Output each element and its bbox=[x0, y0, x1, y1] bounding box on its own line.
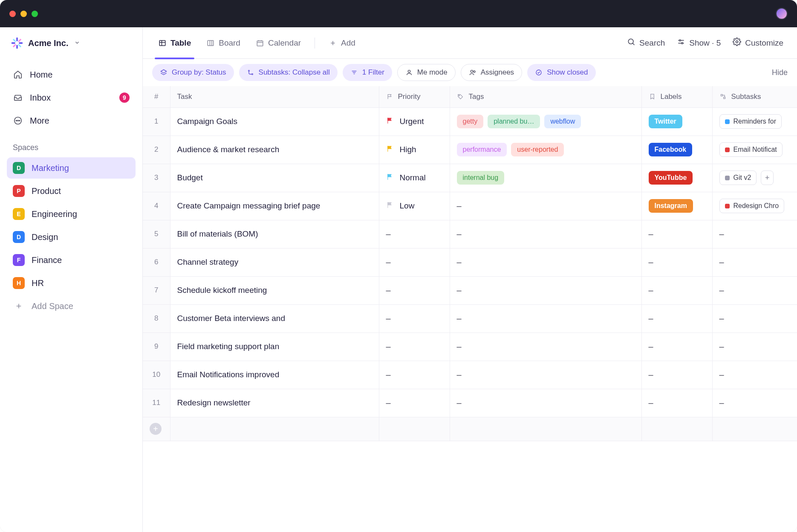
task-name[interactable]: Campaign Goals bbox=[170, 107, 379, 136]
tags-cell[interactable]: internal bug bbox=[450, 164, 641, 192]
tags-cell[interactable]: – bbox=[450, 332, 641, 361]
priority-cell[interactable]: – bbox=[379, 304, 450, 332]
priority-cell[interactable]: Urgent bbox=[379, 107, 450, 136]
column-task[interactable]: Task bbox=[170, 86, 379, 107]
subtask-pill[interactable]: Reminders for bbox=[719, 114, 782, 129]
table-row[interactable]: 11Redesign newsletter–––– bbox=[143, 389, 797, 417]
task-name[interactable]: Schedule kickoff meeting bbox=[170, 276, 379, 304]
table-row[interactable]: 9Field marketing support plan–––– bbox=[143, 332, 797, 361]
sidebar-space-finance[interactable]: FFinance bbox=[7, 249, 136, 271]
tags-cell[interactable]: – bbox=[450, 248, 641, 276]
tab-calendar[interactable]: Calendar bbox=[250, 27, 307, 59]
subtasks-cell[interactable]: Email Notificat bbox=[712, 136, 797, 164]
assignees-chip[interactable]: Assignees bbox=[461, 64, 522, 81]
nav-home[interactable]: Home bbox=[7, 64, 136, 85]
me-mode-chip[interactable]: Me mode bbox=[397, 64, 456, 81]
subtask-pill[interactable]: Git v2 bbox=[719, 171, 757, 185]
sidebar-space-hr[interactable]: HHR bbox=[7, 272, 136, 294]
subtasks-cell[interactable]: – bbox=[712, 220, 797, 248]
column-subtasks[interactable]: Subtasks bbox=[712, 86, 797, 107]
priority-cell[interactable]: – bbox=[379, 248, 450, 276]
table-row[interactable]: 5Bill of materials (BOM)–––– bbox=[143, 220, 797, 248]
label-cell[interactable]: Facebook bbox=[641, 136, 712, 164]
subtask-pill[interactable]: Redesign Chro bbox=[719, 199, 785, 213]
tag[interactable]: internal bug bbox=[457, 171, 505, 185]
tag[interactable]: user-reported bbox=[511, 143, 564, 156]
table-row[interactable]: 3BudgetNormalinternal bugYouTubbeGit v2+ bbox=[143, 164, 797, 192]
tags-cell[interactable]: – bbox=[450, 389, 641, 417]
tag[interactable]: planned bu… bbox=[488, 115, 540, 128]
add-task-row[interactable]: + bbox=[143, 417, 797, 441]
tags-cell[interactable]: – bbox=[450, 192, 641, 220]
column-labels[interactable]: Labels bbox=[641, 86, 712, 107]
add-subtask-button[interactable]: + bbox=[761, 171, 774, 185]
label-cell[interactable]: – bbox=[641, 361, 712, 389]
search-button[interactable]: Search bbox=[623, 38, 669, 48]
tags-cell[interactable]: – bbox=[450, 276, 641, 304]
user-avatar[interactable] bbox=[776, 8, 788, 20]
label-pill[interactable]: Instagram bbox=[649, 199, 693, 213]
workspace-switcher[interactable]: Acme Inc. bbox=[0, 27, 142, 59]
tab-add-view[interactable]: Add bbox=[323, 27, 361, 59]
nav-more[interactable]: More bbox=[7, 110, 136, 131]
table-row[interactable]: 6Channel strategy–––– bbox=[143, 248, 797, 276]
priority-cell[interactable]: – bbox=[379, 389, 450, 417]
tag[interactable]: performance bbox=[457, 143, 507, 156]
sidebar-space-product[interactable]: PProduct bbox=[7, 180, 136, 202]
tab-table[interactable]: Table bbox=[152, 27, 197, 59]
sidebar-space-marketing[interactable]: DMarketing bbox=[7, 157, 136, 179]
tags-cell[interactable]: – bbox=[450, 304, 641, 332]
label-cell[interactable]: – bbox=[641, 389, 712, 417]
group-by-chip[interactable]: Group by: Status bbox=[152, 64, 234, 81]
table-row[interactable]: 10Email Notifications improved–––– bbox=[143, 361, 797, 389]
priority-cell[interactable]: Low bbox=[379, 192, 450, 220]
subtasks-cell[interactable]: Redesign Chro bbox=[712, 192, 797, 220]
priority-cell[interactable]: – bbox=[379, 276, 450, 304]
hide-filters-button[interactable]: Hide bbox=[772, 68, 788, 77]
label-cell[interactable]: – bbox=[641, 248, 712, 276]
priority-cell[interactable]: – bbox=[379, 361, 450, 389]
sidebar-space-design[interactable]: DDesign bbox=[7, 226, 136, 248]
minimize-window[interactable] bbox=[20, 11, 27, 17]
table-row[interactable]: 1Campaign GoalsUrgentgettyplanned bu…web… bbox=[143, 107, 797, 136]
label-cell[interactable]: – bbox=[641, 304, 712, 332]
label-cell[interactable]: – bbox=[641, 220, 712, 248]
subtasks-cell[interactable]: – bbox=[712, 248, 797, 276]
table-row[interactable]: 7Schedule kickoff meeting–––– bbox=[143, 276, 797, 304]
task-name[interactable]: Audience & market research bbox=[170, 136, 379, 164]
add-space-button[interactable]: Add Space bbox=[7, 295, 136, 317]
filter-chip[interactable]: 1 Filter bbox=[343, 64, 392, 81]
sidebar-space-engineering[interactable]: EEngineering bbox=[7, 203, 136, 225]
tags-cell[interactable]: – bbox=[450, 220, 641, 248]
task-name[interactable]: Budget bbox=[170, 164, 379, 192]
subtasks-cell[interactable]: – bbox=[712, 361, 797, 389]
show-closed-chip[interactable]: Show closed bbox=[527, 64, 595, 81]
column-priority[interactable]: Priority bbox=[379, 86, 450, 107]
subtasks-cell[interactable]: Reminders for bbox=[712, 107, 797, 136]
column-tags[interactable]: Tags bbox=[450, 86, 641, 107]
tab-board[interactable]: Board bbox=[200, 27, 246, 59]
label-pill[interactable]: YouTubbe bbox=[649, 171, 693, 185]
priority-cell[interactable]: – bbox=[379, 220, 450, 248]
tags-cell[interactable]: gettyplanned bu…webflow bbox=[450, 107, 641, 136]
subtask-pill[interactable]: Email Notificat bbox=[719, 142, 783, 157]
task-name[interactable]: Redesign newsletter bbox=[170, 389, 379, 417]
label-cell[interactable]: Instagram bbox=[641, 192, 712, 220]
priority-cell[interactable]: Normal bbox=[379, 164, 450, 192]
priority-cell[interactable]: High bbox=[379, 136, 450, 164]
tag[interactable]: getty bbox=[457, 115, 484, 128]
label-cell[interactable]: – bbox=[641, 332, 712, 361]
close-window[interactable] bbox=[9, 11, 16, 17]
tag[interactable]: webflow bbox=[544, 115, 581, 128]
label-cell[interactable]: YouTubbe bbox=[641, 164, 712, 192]
subtasks-chip[interactable]: Subtasks: Collapse all bbox=[239, 64, 338, 81]
show-button[interactable]: Show · 5 bbox=[673, 38, 725, 48]
tags-cell[interactable]: – bbox=[450, 361, 641, 389]
customize-button[interactable]: Customize bbox=[728, 38, 788, 48]
label-pill[interactable]: Facebook bbox=[649, 143, 693, 156]
task-name[interactable]: Bill of materials (BOM) bbox=[170, 220, 379, 248]
table-row[interactable]: 8Customer Beta interviews and–––– bbox=[143, 304, 797, 332]
task-name[interactable]: Email Notifications improved bbox=[170, 361, 379, 389]
label-cell[interactable]: Twitter bbox=[641, 107, 712, 136]
priority-cell[interactable]: – bbox=[379, 332, 450, 361]
